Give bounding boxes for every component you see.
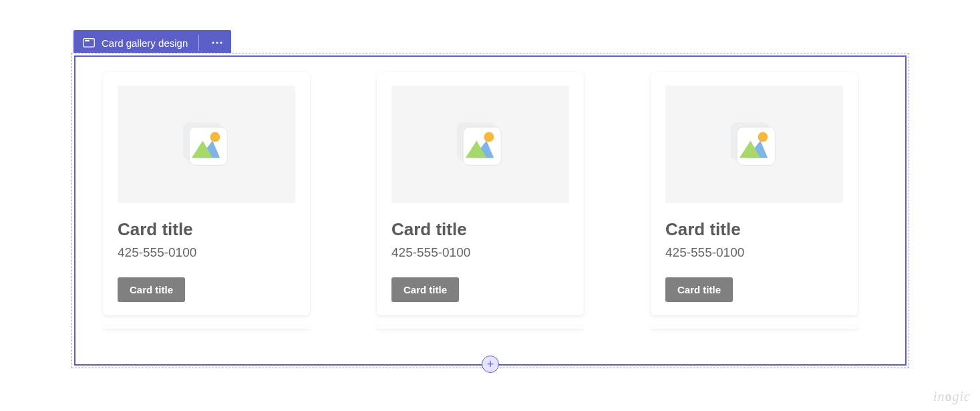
card-subtitle: 425-555-0100 [665,245,843,260]
image-placeholder-icon [176,114,237,175]
more-horizontal-icon [211,41,223,44]
card-action-button[interactable]: Card title [118,277,185,302]
card-gallery-scroll[interactable]: Card title 425-555-0100 Card title [79,60,902,361]
svg-point-17 [758,132,768,142]
card-image-placeholder [118,86,295,203]
image-placeholder-icon [723,114,785,175]
card-gallery[interactable]: Card title 425-555-0100 Card title [79,60,902,361]
svg-point-7 [210,132,220,142]
selection-badge[interactable]: Card gallery design [73,30,231,55]
card-title: Card title [665,219,843,240]
card[interactable]: Card title 425-555-0100 Card title [103,72,310,315]
svg-rect-1 [85,40,90,41]
card-subtitle: 425-555-0100 [391,245,569,260]
card-title: Card title [391,219,569,240]
image-placeholder-icon [450,114,511,175]
card-subtitle: 425-555-0100 [118,245,295,260]
design-surface: Card title 425-555-0100 Card title [71,53,909,368]
card[interactable]: Card title 425-555-0100 Card title [651,72,858,315]
plus-icon: + [487,358,494,370]
card-image-placeholder [665,86,843,203]
svg-point-12 [484,132,494,142]
selection-badge-divider [198,35,199,51]
card-action-button[interactable]: Card title [665,277,733,302]
card-gallery-icon [83,38,95,47]
svg-point-3 [216,41,218,43]
selection-rectangle: Card title 425-555-0100 Card title [74,55,907,366]
card-title: Card title [118,219,295,240]
card[interactable] [651,326,858,329]
card-image-placeholder [391,86,569,203]
add-control-handle[interactable]: + [482,356,499,373]
selection-more-button[interactable] [207,41,227,44]
card[interactable] [377,326,584,329]
svg-rect-0 [84,39,95,47]
card-grid-row2 [103,326,883,329]
card-action-button[interactable]: Card title [391,277,459,302]
svg-point-2 [212,41,214,43]
selection-badge-label: Card gallery design [102,37,188,49]
card[interactable]: Card title 425-555-0100 Card title [377,72,584,315]
svg-point-4 [220,41,222,43]
card[interactable] [103,326,310,329]
card-grid: Card title 425-555-0100 Card title [103,72,883,315]
watermark: inogic [933,389,971,404]
